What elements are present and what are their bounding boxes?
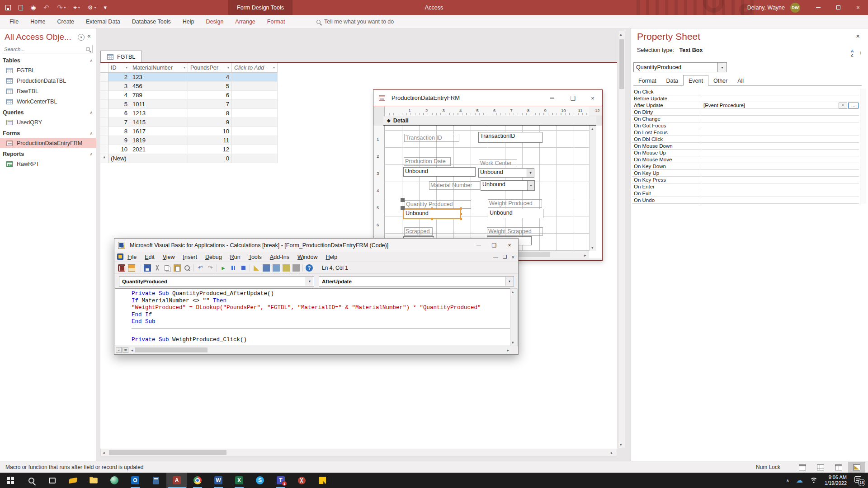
code-line[interactable]: End If	[132, 312, 510, 319]
cell-id[interactable]: (New)	[108, 154, 130, 163]
taskbar-task-view-icon[interactable]	[42, 473, 62, 488]
property-row-on-got-focus[interactable]: On Got Focus	[632, 122, 859, 129]
taskbar-chrome-icon[interactable]	[187, 473, 208, 488]
taskbar-outlook-icon[interactable]: O	[125, 473, 146, 488]
cell-pounds-per[interactable]: 0	[188, 154, 232, 163]
cell-id[interactable]: 8	[108, 127, 130, 136]
property-value[interactable]	[701, 177, 859, 183]
search-input[interactable]	[4, 45, 83, 53]
paste-icon[interactable]	[174, 264, 181, 272]
property-value[interactable]	[701, 190, 859, 197]
find-icon[interactable]	[184, 264, 191, 272]
layout-view-button[interactable]	[830, 462, 847, 473]
cell-pounds-per[interactable]: 5	[188, 82, 232, 91]
cell-material-number[interactable]: 789	[130, 91, 188, 100]
cell-material-number[interactable]: 1213	[130, 109, 188, 118]
taskbar-sticky-notes-icon[interactable]	[312, 473, 333, 488]
tab-home[interactable]: Home	[24, 15, 51, 28]
cell-pounds-per[interactable]: 11	[188, 136, 232, 145]
close-button[interactable]: ×	[848, 0, 868, 15]
property-row-on-key-press[interactable]: On Key Press	[632, 177, 859, 183]
procedure-view-button[interactable]: ≡	[116, 347, 122, 353]
vba-vertical-scrollbar[interactable]: ▴ ▾	[510, 288, 518, 346]
tab-data[interactable]: Data	[661, 76, 683, 85]
cell-id[interactable]: 3	[108, 82, 130, 91]
vba-menu-add-ins[interactable]: Add-Ins	[266, 254, 293, 260]
object-browser-icon[interactable]	[283, 264, 290, 272]
nav-item-fgtbl[interactable]: FGTBL	[0, 65, 96, 75]
property-value[interactable]	[701, 136, 859, 142]
cell-pounds-per[interactable]: 7	[188, 100, 232, 109]
column-header-id[interactable]: ID▾	[108, 63, 130, 73]
scrollbar-thumb[interactable]	[109, 450, 226, 455]
transaction-id-label[interactable]: Transaction ID	[404, 134, 459, 142]
object-dropdown[interactable]: QuantityProduced ▼	[119, 276, 314, 286]
toolbox-icon[interactable]	[292, 264, 300, 272]
clock[interactable]: 9:06 AM 1/19/2022	[825, 474, 847, 486]
column-header-materialnumber[interactable]: MaterialNumber▾	[130, 63, 188, 73]
resize-handle[interactable]	[460, 207, 462, 210]
cell-material-number[interactable]: 1819	[130, 136, 188, 145]
nav-section-queries[interactable]: Queries∧	[0, 108, 96, 117]
taskbar-access-icon[interactable]: A	[166, 473, 187, 488]
cell-click-to-add[interactable]	[232, 82, 278, 91]
chevron-down-icon[interactable]: ▼	[527, 169, 534, 177]
chevron-down-icon[interactable]: ▼	[306, 277, 313, 286]
weight-produced-label[interactable]: Weight Produced	[488, 199, 542, 208]
child-minimize-button[interactable]: —	[493, 254, 498, 260]
row-selector[interactable]	[100, 91, 108, 100]
nav-item-rawrpt[interactable]: RawRPT	[0, 159, 96, 169]
cell-pounds-per[interactable]: 9	[188, 118, 232, 127]
tab-database-tools[interactable]: Database Tools	[126, 15, 177, 28]
nav-item-workcentertbl[interactable]: WorkCenterTBL	[0, 96, 96, 107]
taskbar-start-icon[interactable]	[0, 473, 21, 488]
taskbar-pinned-app-icon[interactable]	[62, 473, 83, 488]
vba-menu-help[interactable]: Help	[321, 254, 341, 260]
property-value[interactable]	[701, 156, 859, 163]
nav-item-usedqry[interactable]: UsedQRY	[0, 117, 96, 127]
cell-id[interactable]: 9	[108, 136, 130, 145]
datasheet-view-button[interactable]	[812, 462, 829, 473]
row-selector[interactable]	[100, 136, 108, 145]
vba-menu-run[interactable]: Run	[226, 254, 245, 260]
reset-icon[interactable]	[240, 264, 247, 272]
workspace-vertical-scrollbar[interactable]: ▴ ▾	[618, 31, 625, 448]
taskbar-teams-icon[interactable]: T1	[270, 473, 291, 488]
design-view-button[interactable]	[848, 462, 865, 473]
cell-click-to-add[interactable]	[232, 91, 278, 100]
cell-click-to-add[interactable]	[232, 109, 278, 118]
vba-code-area[interactable]: Private Sub QuantityProduced_AfterUpdate…	[115, 288, 511, 346]
filter-arrow-icon[interactable]: ▾	[184, 66, 185, 70]
row-selector[interactable]	[100, 127, 108, 136]
chevron-down-icon[interactable]: ▼	[527, 181, 534, 190]
vba-menu-tools[interactable]: Tools	[245, 254, 266, 260]
maximize-button[interactable]: ❏	[487, 240, 501, 250]
vba-menu-file[interactable]: File	[123, 254, 141, 260]
scroll-left-icon[interactable]: ◂	[131, 348, 133, 352]
form-design-grid[interactable]: Transaction ID TransactionID Production …	[385, 126, 589, 251]
scrollbar-thumb[interactable]	[135, 347, 208, 352]
scroll-left-icon[interactable]: ◂	[103, 450, 105, 455]
taskbar-search-icon[interactable]	[21, 473, 42, 488]
run-icon[interactable]: ▸	[220, 264, 227, 272]
document-tab-fgtbl[interactable]: FGTBL	[100, 51, 142, 62]
property-value[interactable]	[701, 116, 859, 122]
vba-menu-view[interactable]: View	[159, 254, 179, 260]
tab-help[interactable]: Help	[177, 15, 200, 28]
property-value[interactable]	[701, 163, 859, 169]
tell-me-search[interactable]: Tell me what you want to do	[316, 15, 394, 28]
scroll-up-icon[interactable]: ▴	[591, 127, 594, 131]
book-icon[interactable]	[19, 5, 23, 10]
taskbar-snip-icon[interactable]	[291, 473, 312, 488]
minimize-button[interactable]	[472, 240, 486, 250]
properties-window-icon[interactable]	[273, 264, 280, 272]
tab-event[interactable]: Event	[683, 75, 708, 86]
project-explorer-icon[interactable]	[263, 264, 270, 272]
cell-pounds-per[interactable]: 6	[188, 91, 232, 100]
tab-design[interactable]: Design	[200, 15, 229, 28]
material-number-combobox[interactable]: Unbound ▼	[481, 180, 535, 191]
restore-button[interactable]	[828, 0, 848, 15]
dropdown-button[interactable]: ▼	[839, 103, 847, 108]
datasheet-corner-cell[interactable]	[100, 63, 108, 73]
shutter-close-icon[interactable]: «	[87, 32, 91, 39]
